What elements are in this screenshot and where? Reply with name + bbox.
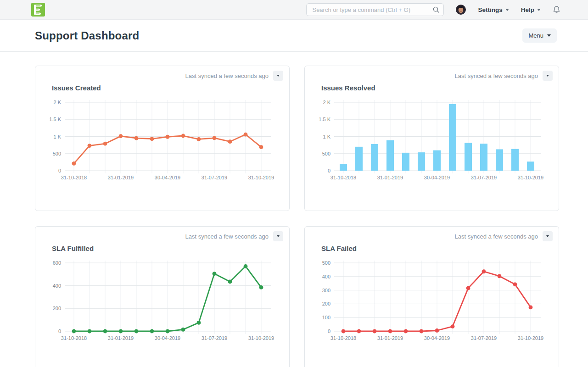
chart-sla-fulfilled[interactable]: 020040060031-10-201831-01-201930-04-2019… [35,257,289,347]
chevron-down-icon [546,75,549,77]
svg-text:1 K: 1 K [323,134,330,139]
chevron-down-icon [505,9,509,11]
settings-label: Settings [478,6,502,13]
svg-text:500: 500 [53,151,61,156]
search-input[interactable] [306,3,444,16]
svg-text:30-04-2019: 30-04-2019 [155,175,180,180]
last-synced-text: Last synced a few seconds ago [185,233,269,240]
settings-menu[interactable]: Settings [478,6,509,13]
chevron-down-icon [547,34,551,37]
chevron-down-icon [277,235,280,237]
page-title: Support Dashboard [35,29,139,42]
chart-issues-resolved[interactable]: 05001 K1.5 K2 K31-10-201831-01-201930-04… [305,97,559,187]
avatar-image [456,5,466,15]
global-search [306,3,444,16]
svg-text:200: 200 [53,306,61,311]
svg-text:30-04-2019: 30-04-2019 [424,175,450,180]
svg-text:31-10-2018: 31-10-2018 [330,175,356,180]
svg-text:31-10-2018: 31-10-2018 [61,175,87,180]
svg-text:0: 0 [328,168,330,173]
svg-text:2 K: 2 K [323,100,330,105]
menu-button-label: Menu [528,32,543,39]
chart-title: SLA Fulfilled [52,245,289,252]
last-synced-text: Last synced a few seconds ago [185,72,269,79]
svg-text:31-07-2019: 31-07-2019 [471,335,497,341]
chart-title: SLA Failed [321,245,559,252]
chevron-down-icon [277,75,280,77]
svg-text:31-01-2019: 31-01-2019 [108,335,134,341]
svg-text:400: 400 [322,274,330,279]
svg-text:31-07-2019: 31-07-2019 [471,175,497,180]
svg-text:31-01-2019: 31-01-2019 [108,175,134,180]
chart-card-menu-button[interactable] [273,71,283,81]
svg-text:31-07-2019: 31-07-2019 [202,335,227,341]
svg-text:500: 500 [322,151,330,156]
chart-card-menu-button[interactable] [543,71,553,81]
svg-text:31-10-2018: 31-10-2018 [330,335,356,341]
svg-text:0: 0 [328,328,330,334]
svg-text:0: 0 [58,328,61,334]
last-synced-text: Last synced a few seconds ago [455,72,538,79]
app-logo[interactable] [31,3,45,17]
svg-text:31-07-2019: 31-07-2019 [202,175,227,180]
svg-text:30-04-2019: 30-04-2019 [424,335,450,341]
svg-text:2 K: 2 K [53,100,61,105]
search-icon [432,6,440,13]
svg-text:1 K: 1 K [53,134,61,139]
svg-text:600: 600 [53,260,61,266]
dashboard-grid: Last synced a few seconds ago Issues Cre… [35,66,559,367]
svg-text:31-10-2019: 31-10-2019 [248,335,274,341]
chart-card-menu-button[interactable] [543,231,553,241]
svg-text:300: 300 [322,288,330,293]
chart-title: Issues Resolved [321,84,559,92]
last-synced-text: Last synced a few seconds ago [455,233,538,240]
svg-text:30-04-2019: 30-04-2019 [155,335,180,341]
chart-issues-created[interactable]: 05001 K1.5 K2 K31-10-201831-01-201930-04… [35,97,289,187]
page-menu-button[interactable]: Menu [522,28,557,43]
chart-card-menu-button[interactable] [273,231,283,241]
notifications-bell-icon[interactable] [553,6,560,14]
svg-text:0: 0 [58,168,61,173]
card-sla-failed: Last synced a few seconds ago SLA Failed… [304,226,559,367]
chevron-down-icon [537,9,541,11]
chart-sla-failed[interactable]: 010020030040050031-10-201831-01-201930-0… [305,257,559,347]
svg-text:1.5 K: 1.5 K [319,117,330,122]
svg-text:31-10-2019: 31-10-2019 [518,335,543,341]
chevron-down-icon [546,235,549,237]
card-issues-created: Last synced a few seconds ago Issues Cre… [35,66,290,211]
svg-text:31-10-2018: 31-10-2018 [61,335,87,341]
chart-title: Issues Created [52,84,289,92]
svg-text:200: 200 [322,301,330,306]
page-header: Support Dashboard Menu [0,20,588,52]
top-navbar: Settings Help [0,0,588,20]
help-label: Help [521,6,534,13]
svg-text:31-01-2019: 31-01-2019 [377,335,403,341]
svg-text:400: 400 [53,283,61,289]
svg-text:500: 500 [322,260,330,266]
erpnext-logo-icon [31,3,45,17]
svg-text:100: 100 [322,315,330,320]
svg-text:1.5 K: 1.5 K [49,117,61,122]
card-sla-fulfilled: Last synced a few seconds ago SLA Fulfil… [35,226,290,367]
svg-text:31-10-2019: 31-10-2019 [248,175,274,180]
svg-text:31-01-2019: 31-01-2019 [377,175,403,180]
user-avatar[interactable] [456,5,466,15]
card-issues-resolved: Last synced a few seconds ago Issues Res… [304,66,559,211]
svg-text:31-10-2019: 31-10-2019 [518,175,543,180]
help-menu[interactable]: Help [521,6,541,13]
